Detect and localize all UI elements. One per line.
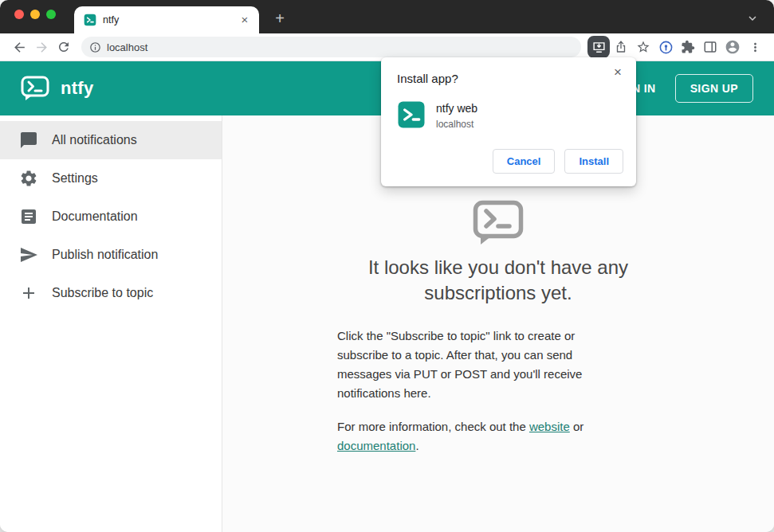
- install-app-name: ntfy web: [436, 100, 477, 115]
- tab-search-chevron-icon[interactable]: [745, 11, 760, 25]
- tab-strip: ntfy × +: [0, 0, 774, 33]
- close-window-button[interactable]: [14, 10, 24, 19]
- gear-icon: [19, 169, 38, 188]
- install-app-meta: ntfy web localhost: [436, 100, 477, 130]
- sidebar-item-documentation[interactable]: Documentation: [0, 198, 222, 236]
- ntfy-app-icon: [397, 100, 426, 129]
- url-text: localhost: [107, 41, 147, 53]
- sidebar-item-all-notifications[interactable]: All notifications: [0, 121, 222, 159]
- new-tab-button[interactable]: +: [269, 8, 291, 30]
- browser-tab-ntfy[interactable]: ntfy ×: [74, 6, 259, 33]
- install-app-icon[interactable]: [587, 36, 610, 58]
- sidebar-item-publish-notification[interactable]: Publish notification: [0, 236, 222, 274]
- forward-button[interactable]: [30, 36, 53, 58]
- sidebar-item-label: Subscribe to topic: [52, 286, 153, 300]
- sidebar-item-settings[interactable]: Settings: [0, 159, 222, 198]
- tab-close-icon[interactable]: ×: [238, 14, 251, 26]
- browser-window: ntfy × + localhost: [0, 0, 774, 532]
- app-title: ntfy: [61, 78, 94, 99]
- install-button[interactable]: Install: [564, 149, 623, 174]
- sidebar: All notifications Settings Documentation…: [0, 115, 222, 532]
- address-bar[interactable]: localhost: [81, 37, 581, 57]
- zoom-window-button[interactable]: [46, 10, 56, 19]
- sidebar-item-label: All notifications: [52, 133, 137, 147]
- bookmark-star-icon[interactable]: [632, 36, 654, 58]
- tab-title: ntfy: [103, 14, 232, 25]
- back-button[interactable]: [8, 36, 30, 58]
- website-link[interactable]: website: [529, 420, 570, 433]
- minimize-window-button[interactable]: [30, 10, 40, 19]
- documentation-link[interactable]: documentation: [337, 439, 415, 452]
- sign-up-button[interactable]: SIGN UP: [675, 74, 753, 103]
- sidebar-item-label: Publish notification: [52, 248, 158, 262]
- window-controls: [14, 10, 56, 19]
- more-info-suffix: .: [415, 439, 418, 452]
- cancel-button[interactable]: Cancel: [493, 149, 556, 174]
- install-dialog-title: Install app?: [397, 72, 623, 85]
- install-app-origin: localhost: [436, 119, 477, 130]
- send-icon: [19, 245, 38, 264]
- install-app-dialog: Install app? × ntfy web localhost Cancel…: [381, 57, 636, 186]
- more-info-paragraph: For more information, check out the webs…: [337, 417, 610, 456]
- share-icon[interactable]: [610, 36, 632, 58]
- sidebar-item-subscribe-to-topic[interactable]: Subscribe to topic: [0, 274, 222, 312]
- site-info-icon[interactable]: [89, 41, 101, 53]
- empty-state-heading: It looks like you don't have any subscri…: [351, 255, 646, 306]
- install-app-row: ntfy web localhost: [397, 100, 623, 130]
- extensions-puzzle-icon[interactable]: [677, 36, 699, 58]
- sidebar-item-label: Settings: [52, 171, 98, 186]
- ntfy-logo-large-icon: [337, 200, 659, 245]
- article-icon: [19, 207, 38, 226]
- install-dialog-buttons: Cancel Install: [397, 149, 623, 174]
- password-manager-icon[interactable]: [654, 36, 677, 58]
- side-panel-icon[interactable]: [699, 36, 721, 58]
- ntfy-logo-icon: [21, 76, 49, 101]
- plus-icon: [19, 284, 38, 303]
- sidebar-item-label: Documentation: [52, 209, 138, 224]
- more-info-prefix: For more information, check out the: [337, 420, 529, 433]
- ntfy-favicon-icon: [84, 14, 96, 26]
- chat-icon: [19, 131, 38, 150]
- browser-menu-kebab-icon[interactable]: [744, 36, 766, 58]
- empty-state-paragraph: Click the "Subscribe to topic" link to c…: [337, 327, 610, 403]
- profile-avatar-icon[interactable]: [721, 36, 744, 58]
- dialog-close-icon[interactable]: ×: [610, 65, 626, 80]
- more-info-middle: or: [570, 420, 584, 433]
- reload-button[interactable]: [53, 36, 75, 58]
